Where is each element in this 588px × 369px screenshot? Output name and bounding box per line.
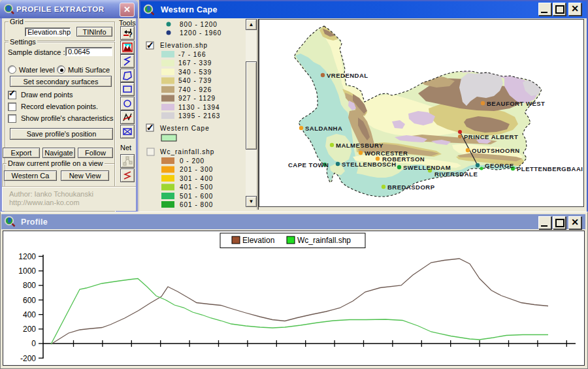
svg-text:?: ? (128, 31, 133, 39)
